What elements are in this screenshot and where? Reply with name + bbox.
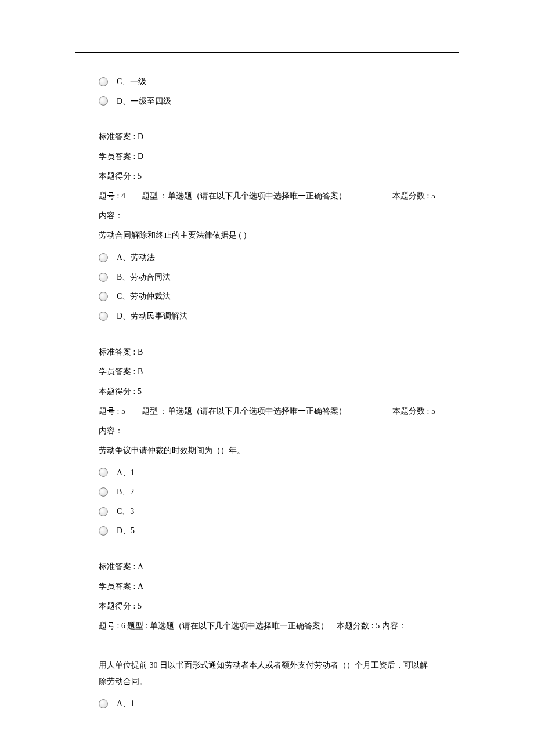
q5-header-left: 题号 : 5 题型 ：单选题（请在以下几个选项中选择唯一正确答案） bbox=[99, 403, 347, 419]
option-label: D、劳动民事调解法 bbox=[114, 310, 187, 322]
option-label: B、劳动合同法 bbox=[114, 272, 171, 283]
q4-standard-answer: 标准答案 : B bbox=[99, 344, 435, 360]
q4-header-left: 题号 : 4 题型 ：单选题（请在以下几个选项中选择唯一正确答案） bbox=[99, 188, 347, 204]
option-label: B、2 bbox=[114, 486, 134, 498]
radio-icon bbox=[99, 526, 108, 536]
radio-icon bbox=[99, 699, 108, 708]
option-label: A、1 bbox=[114, 467, 135, 479]
document-content: C、一级 D、一级至四级 标准答案 : D 学员答案 : D 本题得分 : 5 … bbox=[0, 76, 534, 710]
option-label: C、3 bbox=[114, 506, 134, 518]
q5-student-answer: 学员答案 : A bbox=[99, 578, 435, 595]
top-horizontal-rule bbox=[75, 52, 459, 53]
q5-option-b[interactable]: B、2 bbox=[99, 486, 435, 498]
radio-icon bbox=[99, 487, 108, 497]
option-label: C、劳动仲裁法 bbox=[114, 291, 171, 302]
q5-content-label: 内容： bbox=[99, 423, 435, 439]
q4-option-a[interactable]: A、劳动法 bbox=[99, 252, 435, 263]
radio-icon bbox=[99, 507, 108, 516]
q4-content-label: 内容： bbox=[99, 208, 435, 224]
q5-header-right: 本题分数 : 5 bbox=[392, 403, 435, 419]
q3-student-answer: 学员答案 : D bbox=[99, 149, 435, 165]
q4-score: 本题得分 : 5 bbox=[99, 384, 435, 400]
q5-content-text: 劳动争议申请仲裁的时效期间为（）年。 bbox=[99, 443, 435, 459]
q3-standard-answer: 标准答案 : D bbox=[99, 129, 435, 145]
radio-icon bbox=[99, 253, 108, 262]
q4-option-d[interactable]: D、劳动民事调解法 bbox=[99, 310, 435, 322]
radio-icon bbox=[99, 292, 108, 301]
q5-option-a[interactable]: A、1 bbox=[99, 467, 435, 479]
q5-option-c[interactable]: C、3 bbox=[99, 506, 435, 518]
q6-header: 题号 : 6 题型 : 单选题（请在以下几个选项中选择唯一正确答案） 本题分数 … bbox=[99, 618, 435, 634]
q4-content-text: 劳动合同解除和终止的主要法律依据是 ( ) bbox=[99, 227, 435, 244]
radio-icon bbox=[99, 468, 108, 477]
radio-icon bbox=[99, 96, 108, 106]
radio-icon bbox=[99, 312, 108, 321]
option-label: C、一级 bbox=[114, 76, 146, 88]
q5-score: 本题得分 : 5 bbox=[99, 598, 435, 614]
q4-option-b[interactable]: B、劳动合同法 bbox=[99, 272, 435, 283]
option-label: A、劳动法 bbox=[114, 252, 155, 263]
q4-header: 题号 : 4 题型 ：单选题（请在以下几个选项中选择唯一正确答案） 本题分数 :… bbox=[99, 188, 435, 204]
q6-content-text: 用人单位提前 30 日以书面形式通知劳动者本人或者额外支付劳动者（）个月工资后，… bbox=[99, 657, 435, 690]
q4-student-answer: 学员答案 : B bbox=[99, 364, 435, 380]
q5-standard-answer: 标准答案 : A bbox=[99, 559, 435, 575]
document-page: C、一级 D、一级至四级 标准答案 : D 学员答案 : D 本题得分 : 5 … bbox=[0, 0, 534, 753]
q5-header: 题号 : 5 题型 ：单选题（请在以下几个选项中选择唯一正确答案） 本题分数 :… bbox=[99, 403, 435, 419]
q3-score: 本题得分 : 5 bbox=[99, 168, 435, 185]
q6-option-a[interactable]: A、1 bbox=[99, 698, 435, 710]
radio-icon bbox=[99, 273, 108, 282]
q3-option-d[interactable]: D、一级至四级 bbox=[99, 96, 435, 107]
option-label: A、1 bbox=[114, 698, 135, 710]
q4-option-c[interactable]: C、劳动仲裁法 bbox=[99, 291, 435, 302]
option-label: D、一级至四级 bbox=[114, 96, 171, 107]
q3-option-c[interactable]: C、一级 bbox=[99, 76, 435, 88]
q5-option-d[interactable]: D、5 bbox=[99, 525, 435, 537]
q4-header-right: 本题分数 : 5 bbox=[392, 188, 435, 204]
radio-icon bbox=[99, 77, 108, 86]
option-label: D、5 bbox=[114, 525, 135, 537]
